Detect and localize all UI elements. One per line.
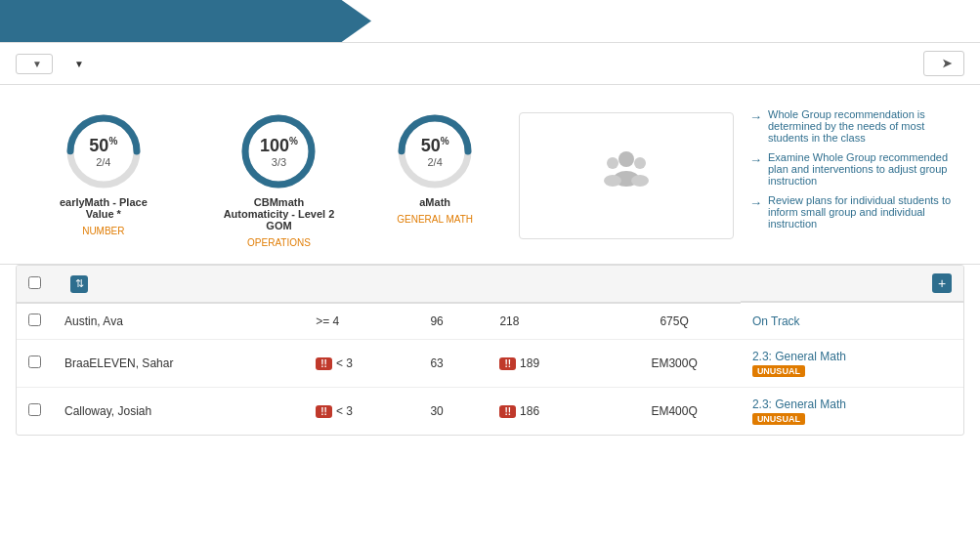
next-steps-list: →Whole Group recommendation is determine… [749, 108, 964, 230]
recommendation-icon [603, 149, 650, 195]
next-step-arrow-2: → [749, 195, 762, 210]
gauge-item-1: 100% 3/3 CBMmath Automaticity - Level 2 … [220, 112, 337, 248]
gauges-row: 50% 2/4 earlyMath - Place Value * NUMBER… [16, 112, 503, 248]
gauge-subname-1: OPERATIONS [247, 237, 311, 248]
next-step-text-2: Review plans for individual students to … [768, 194, 964, 230]
students-section: 50% 2/4 earlyMath - Place Value * NUMBER… [16, 101, 503, 248]
tabs-header [0, 0, 980, 43]
td-number-2: !!< 3 [304, 388, 418, 436]
th-number [304, 266, 418, 303]
th-student-name: ⇅ [53, 266, 304, 303]
gauge-name-0: earlyMath - Place Value * [45, 196, 162, 220]
warning-badge-gm-2: !! [499, 405, 516, 418]
svg-point-6 [618, 151, 634, 167]
th-plan: + [741, 266, 963, 303]
svg-point-8 [634, 157, 646, 169]
row-checkbox-1[interactable] [28, 356, 41, 368]
td-quantile-0: 675Q [608, 303, 741, 340]
students-table: ⇅ [17, 266, 963, 435]
td-quantile-1: EM300Q [608, 340, 741, 388]
td-operations-2: 30 [418, 388, 488, 436]
gauge-fraction-2: 2/4 [427, 155, 442, 167]
gauge-percent-1: 100% [260, 136, 298, 156]
td-plan-0: On Track [741, 303, 963, 340]
interval-chevron-icon: ▼ [74, 59, 84, 69]
th-operations [418, 266, 488, 303]
warning-badge-number-2: !! [316, 405, 332, 418]
row-checkbox-2[interactable] [28, 403, 41, 416]
select-all-checkbox[interactable] [28, 276, 41, 289]
table-header-row: ⇅ [17, 266, 963, 303]
td-number-1: !!< 3 [304, 340, 418, 388]
gauge-circle-2: 50% 2/4 [396, 112, 474, 190]
gauge-fraction-1: 3/3 [272, 155, 286, 167]
create-pm-button[interactable]: ➤ [923, 51, 964, 76]
td-name-0: Austin, Ava [53, 303, 304, 340]
th-math-program-group [608, 266, 741, 303]
gauge-item-0: 50% 2/4 earlyMath - Place Value * NUMBER [45, 112, 162, 236]
interval-value-row[interactable]: ▼ [68, 59, 84, 69]
gauge-name-1: CBMmath Automaticity - Level 2 GOM [220, 196, 337, 231]
table-body: Austin, Ava >= 4 96 218 675Q On Track Br… [17, 303, 963, 435]
row-checkbox-0[interactable] [28, 314, 41, 326]
td-checkbox-1 [17, 340, 53, 388]
td-general-math-1: !!189 [488, 340, 608, 388]
tab-whole-group[interactable] [0, 0, 371, 42]
svg-point-10 [604, 175, 621, 187]
td-checkbox-2 [17, 388, 53, 436]
unusual-badge-2: UNUSUAL [752, 413, 805, 425]
gauge-subname-0: NUMBER [82, 226, 124, 236]
expand-button[interactable]: + [932, 273, 952, 293]
table-row: Calloway, Josiah !!< 3 30 !!186 EM400Q 2… [17, 388, 963, 436]
svg-point-7 [607, 157, 618, 169]
svg-point-11 [631, 175, 649, 187]
td-quantile-2: EM400Q [608, 388, 741, 436]
next-steps-section: →Whole Group recommendation is determine… [749, 101, 964, 248]
td-plan-2: 2.3: General Math UNUSUAL [741, 388, 963, 436]
table-row: BraaELEVEN, Sahar !!< 3 63 !!189 EM300Q … [17, 340, 963, 388]
gauge-item-2: 50% 2/4 aMath GENERAL MATH [396, 112, 474, 225]
td-name-1: BraaELEVEN, Sahar [53, 340, 304, 388]
tab-small-group[interactable] [371, 0, 980, 42]
toolbar: ▼ ▼ ➤ [0, 43, 980, 85]
table-container: ⇅ [16, 265, 964, 436]
next-step-text-1: Examine Whole Group recommended plan and… [768, 151, 964, 187]
gauge-circle-1: 100% 3/3 [239, 112, 318, 190]
th-checkbox [17, 266, 53, 303]
recommendation-box [519, 112, 734, 239]
td-general-math-2: !!186 [488, 388, 608, 436]
td-operations-0: 96 [418, 303, 488, 340]
sort-button[interactable]: ⇅ [70, 275, 88, 293]
chevron-down-icon: ▼ [32, 59, 42, 69]
next-step-item-1: →Examine Whole Group recommended plan an… [749, 151, 964, 187]
next-step-arrow-1: → [749, 152, 762, 167]
next-step-item-0: →Whole Group recommendation is determine… [749, 108, 964, 144]
plan-label-2: 2.3: General Math [752, 398, 952, 411]
td-plan-1: 2.3: General Math UNUSUAL [741, 340, 963, 388]
demographic-options-button[interactable]: ▼ [16, 54, 53, 74]
gauge-fraction-0: 2/4 [96, 155, 110, 167]
gauge-percent-2: 50% [421, 136, 449, 156]
gauge-name-2: aMath [419, 196, 450, 208]
td-number-0: >= 4 [304, 303, 418, 340]
gauge-circle-0: 50% 2/4 [64, 112, 143, 190]
td-operations-1: 63 [418, 340, 488, 388]
plan-label-1: 2.3: General Math [752, 350, 952, 363]
warning-badge-number-1: !! [316, 357, 332, 370]
main-content: 50% 2/4 earlyMath - Place Value * NUMBER… [0, 85, 980, 265]
gauge-subname-2: GENERAL MATH [397, 214, 473, 225]
table-row: Austin, Ava >= 4 96 218 675Q On Track [17, 303, 963, 340]
next-step-item-2: →Review plans for individual students to… [749, 194, 964, 230]
arrow-right-icon: ➤ [942, 57, 952, 70]
warning-badge-gm-1: !! [499, 357, 516, 370]
next-step-arrow-0: → [749, 109, 762, 124]
th-general-math [488, 266, 608, 303]
next-step-text-0: Whole Group recommendation is determined… [768, 108, 964, 144]
table-section: ⇅ [0, 265, 980, 451]
interval-section: ▼ [68, 59, 84, 69]
recommendation-section [519, 101, 734, 248]
td-name-2: Calloway, Josiah [53, 388, 304, 436]
td-general-math-0: 218 [488, 303, 608, 340]
on-track-link-0[interactable]: On Track [752, 314, 800, 328]
unusual-badge-1: UNUSUAL [752, 365, 805, 377]
